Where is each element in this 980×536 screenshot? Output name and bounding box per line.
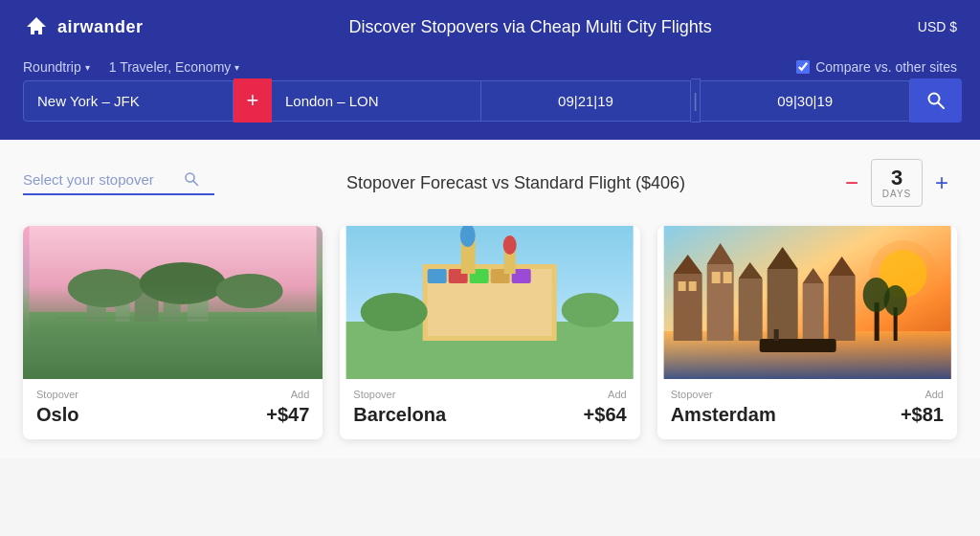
card-image-amsterdam [657, 226, 957, 379]
add-destination-button[interactable]: + [234, 78, 272, 123]
svg-point-29 [361, 293, 428, 331]
svg-rect-10 [188, 295, 209, 322]
main-content: Stopover Forecast vs Standard Flight ($4… [0, 140, 980, 458]
depart-date-input[interactable] [481, 80, 691, 122]
days-increase-button[interactable]: + [926, 168, 957, 198]
svg-rect-5 [30, 312, 317, 379]
barcelona-scene [340, 226, 639, 379]
svg-rect-41 [738, 279, 762, 341]
oslo-add-label[interactable]: Add [291, 389, 310, 400]
search-inputs: + | [0, 78, 980, 140]
compare-label[interactable]: Compare vs. other sites [796, 59, 957, 75]
card-footer-amsterdam: Stopover Add Amsterdam +$81 [657, 379, 957, 439]
days-box: 3 DAYS [871, 159, 923, 207]
oslo-image [23, 226, 323, 379]
amsterdam-scene [657, 226, 957, 379]
oslo-price: +$47 [266, 404, 309, 426]
days-number: 3 [891, 168, 902, 189]
trip-type-button[interactable]: Roundtrip ▾ [23, 59, 90, 75]
svg-rect-14 [58, 317, 288, 319]
logo-text: airwander [57, 17, 144, 37]
amsterdam-add-label[interactable]: Add [924, 389, 944, 400]
svg-point-56 [883, 285, 906, 316]
currency-selector[interactable]: USD $ [918, 19, 957, 34]
svg-point-13 [216, 274, 283, 308]
cards-row: Stopover Add Oslo +$47 [23, 226, 957, 439]
trip-type-caret: ▾ [85, 62, 90, 73]
search-button[interactable] [910, 78, 962, 123]
logo-icon [23, 13, 50, 40]
amsterdam-city-name: Amsterdam [671, 404, 776, 426]
card-meta-barcelona: Stopover Add [353, 389, 626, 400]
barcelona-name-price: Barcelona +$64 [353, 404, 626, 426]
logo[interactable]: airwander [23, 13, 144, 40]
amsterdam-price: +$81 [901, 404, 944, 426]
card-oslo[interactable]: Stopover Add Oslo +$47 [23, 226, 323, 439]
compare-checkbox[interactable] [796, 60, 810, 74]
barcelona-add-label[interactable]: Add [608, 389, 627, 400]
svg-rect-33 [673, 274, 702, 341]
svg-rect-39 [711, 272, 720, 283]
oslo-scene [23, 226, 323, 379]
forecast-title: Stopover Forecast vs Standard Flight ($4… [346, 173, 685, 193]
travelers-caret: ▾ [234, 62, 239, 73]
svg-rect-35 [678, 281, 685, 291]
oslo-stopover-label: Stopover [36, 389, 78, 400]
origin-input[interactable] [23, 80, 234, 122]
trip-left: Roundtrip ▾ 1 Traveler, Economy ▾ [23, 59, 239, 75]
svg-point-30 [562, 293, 619, 327]
amsterdam-name-price: Amsterdam +$81 [671, 404, 944, 426]
header: airwander Discover Stopovers via Cheap M… [0, 0, 980, 54]
stopover-search[interactable] [23, 171, 214, 195]
svg-rect-9 [164, 302, 181, 322]
stopover-input[interactable] [23, 171, 176, 188]
stopover-search-icon [184, 171, 199, 187]
forecast-area: Stopover Forecast vs Standard Flight ($4… [214, 173, 817, 193]
barcelona-city-name: Barcelona [353, 404, 446, 426]
svg-rect-4 [30, 226, 317, 379]
card-footer-barcelona: Stopover Add Barcelona +$64 [340, 379, 639, 439]
header-title: Discover Stopovers via Cheap Multi City … [144, 17, 918, 37]
oslo-city-name: Oslo [36, 404, 78, 426]
svg-rect-43 [767, 269, 797, 341]
card-image-oslo [23, 226, 323, 379]
svg-rect-47 [828, 276, 855, 341]
svg-point-28 [503, 235, 517, 255]
svg-rect-6 [87, 293, 106, 322]
search-icon [926, 91, 946, 110]
days-label: DAYS [882, 189, 912, 199]
svg-rect-50 [773, 329, 778, 341]
days-decrease-button[interactable]: − [836, 168, 867, 198]
return-date-input[interactable] [701, 80, 910, 122]
svg-line-1 [939, 103, 945, 109]
svg-rect-36 [688, 281, 696, 291]
card-footer-oslo: Stopover Add Oslo +$47 [23, 379, 323, 439]
svg-rect-45 [802, 283, 823, 341]
svg-point-12 [140, 262, 226, 304]
date-divider: | [691, 78, 701, 123]
svg-rect-8 [135, 288, 159, 322]
svg-rect-49 [759, 339, 835, 352]
card-amsterdam[interactable]: Stopover Add Amsterdam +$81 [657, 226, 957, 439]
days-control: − 3 DAYS + [836, 159, 957, 207]
destination-input[interactable] [272, 80, 481, 122]
svg-rect-40 [723, 272, 731, 283]
svg-point-11 [68, 269, 145, 307]
card-meta-amsterdam: Stopover Add [671, 389, 944, 400]
svg-line-3 [193, 181, 198, 186]
travelers-button[interactable]: 1 Traveler, Economy ▾ [109, 59, 240, 75]
stopover-row: Stopover Forecast vs Standard Flight ($4… [23, 159, 957, 207]
svg-rect-20 [428, 269, 447, 283]
card-image-barcelona [340, 226, 639, 379]
trip-options-row: Roundtrip ▾ 1 Traveler, Economy ▾ Compar… [0, 54, 980, 78]
amsterdam-stopover-label: Stopover [671, 389, 713, 400]
oslo-name-price: Oslo +$47 [36, 404, 309, 426]
card-meta-oslo: Stopover Add [36, 389, 309, 400]
card-barcelona[interactable]: Stopover Add Barcelona +$64 [340, 226, 639, 439]
svg-rect-7 [116, 298, 130, 322]
barcelona-stopover-label: Stopover [353, 389, 395, 400]
barcelona-price: +$64 [584, 404, 627, 426]
svg-rect-15 [30, 341, 317, 379]
